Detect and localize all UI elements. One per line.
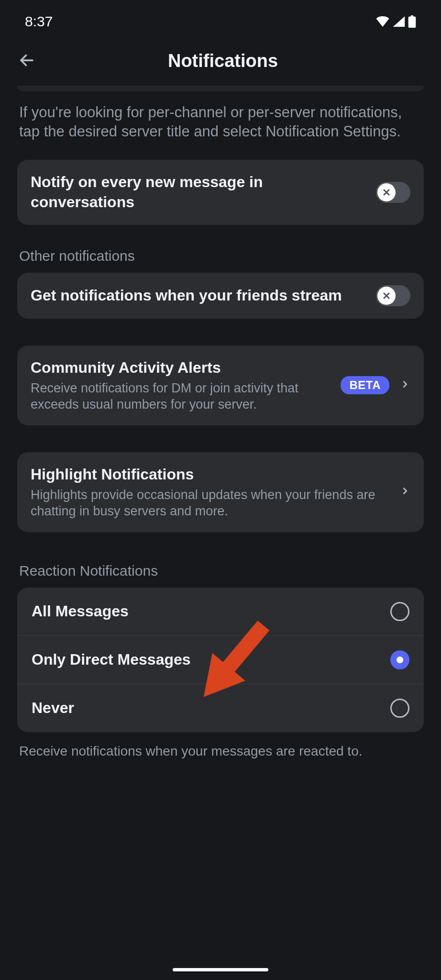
toggle-knob-off-icon [377,287,396,305]
radio-selected-icon [390,650,409,669]
notify-every-message-label: Notify on every new message in conversat… [31,172,366,212]
svg-rect-1 [411,15,413,17]
signal-icon [393,16,405,27]
notify-every-message-row[interactable]: Notify on every new message in conversat… [17,160,424,224]
toggle-knob-off-icon [377,183,396,201]
chevron-right-icon [400,379,410,391]
reaction-option-label: All Messages [32,602,129,620]
chevron-right-icon [400,486,410,498]
beta-badge: BETA [341,376,389,394]
highlight-title: Highlight Notifications [31,465,390,485]
community-activity-row[interactable]: Community Activity Alerts Receive notifi… [17,345,424,425]
back-button[interactable] [18,52,35,71]
radio-unselected-icon [390,602,409,621]
header: Notifications [0,39,441,86]
battery-icon [408,15,416,28]
notify-every-message-toggle[interactable] [376,182,410,203]
status-icons [375,15,416,28]
android-nav-handle[interactable] [173,968,268,971]
reaction-footer-text: Receive notifications when your messages… [17,732,424,759]
reaction-radio-group: All Messages Only Direct Messages Never [17,588,424,732]
radio-unselected-icon [390,699,409,718]
reaction-option-never[interactable]: Never [17,684,424,732]
page-title: Notifications [18,51,428,71]
svg-rect-0 [408,17,416,28]
reaction-option-all-messages[interactable]: All Messages [17,588,424,636]
community-activity-subtitle: Receive notifications for DM or join act… [31,380,331,413]
reaction-option-label: Only Direct Messages [32,651,191,668]
status-bar: 8:37 [0,0,441,39]
wifi-icon [375,16,390,27]
highlight-notifications-row[interactable]: Highlight Notifications Highlights provi… [17,452,424,532]
friends-stream-row[interactable]: Get notifications when your friends stre… [17,273,424,319]
highlight-subtitle: Highlights provide occasional updates wh… [31,487,390,520]
reaction-notifications-header: Reaction Notifications [17,532,424,588]
other-notifications-header: Other notifications [17,225,424,273]
friends-stream-label: Get notifications when your friends stre… [31,286,366,306]
community-activity-title: Community Activity Alerts [31,358,331,378]
reaction-option-label: Never [32,699,74,717]
arrow-left-icon [18,52,35,69]
friends-stream-toggle[interactable] [376,285,410,306]
reaction-option-only-dms[interactable]: Only Direct Messages [17,636,424,684]
info-text: If you're looking for per-channel or per… [17,103,424,160]
status-time: 8:37 [25,13,53,30]
previous-card-edge [17,86,424,91]
